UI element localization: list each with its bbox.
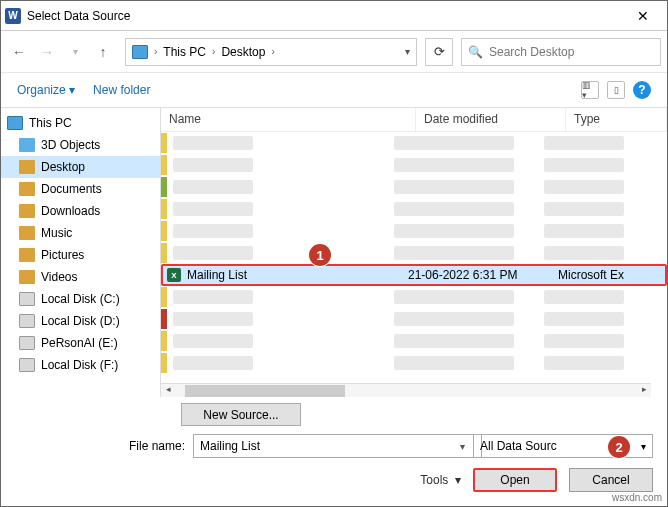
file-date: 21-06-2022 6:31 PM: [408, 268, 558, 282]
search-input[interactable]: 🔍 Search Desktop: [461, 38, 661, 66]
sidebar-item-label: Music: [41, 226, 72, 240]
sidebar-item-label: Documents: [41, 182, 102, 196]
nav-up-button[interactable]: ↑: [91, 40, 115, 64]
sidebar-item-desktop[interactable]: Desktop: [1, 156, 160, 178]
sidebar-item-label: Videos: [41, 270, 77, 284]
file-row-redacted[interactable]: [161, 308, 667, 330]
nav-bar: ← → ▾ ↑ › This PC › Desktop › ▾ ⟳ 🔍 Sear…: [1, 31, 667, 73]
open-button[interactable]: Open: [473, 468, 557, 492]
sidebar-item-label: PeRsonAI (E:): [41, 336, 118, 350]
sidebar-item-music[interactable]: Music: [1, 222, 160, 244]
organize-button[interactable]: Organize ▾: [17, 83, 75, 97]
sidebar-item-videos[interactable]: Videos: [1, 266, 160, 288]
window-title: Select Data Source: [27, 9, 623, 23]
file-row-mailing-list[interactable]: XMailing List21-06-2022 6:31 PMMicrosoft…: [161, 264, 667, 286]
toolbar: Organize ▾ New folder ▥ ▾ ▯ ?: [1, 73, 667, 107]
recent-dropdown-icon[interactable]: ▾: [63, 40, 87, 64]
address-bar[interactable]: › This PC › Desktop › ▾: [125, 38, 417, 66]
sidebar-item-label: Local Disk (F:): [41, 358, 118, 372]
file-row-redacted[interactable]: [161, 176, 667, 198]
file-row-redacted[interactable]: [161, 198, 667, 220]
preview-pane-icon[interactable]: ▯: [607, 81, 625, 99]
sidebar-item-local-disk-d-[interactable]: Local Disk (D:): [1, 310, 160, 332]
select-data-source-dialog: W Select Data Source ✕ ← → ▾ ↑ › This PC…: [0, 0, 668, 507]
sidebar-item-pictures[interactable]: Pictures: [1, 244, 160, 266]
search-placeholder: Search Desktop: [489, 45, 574, 59]
sidebar-item-3d-objects[interactable]: 3D Objects: [1, 134, 160, 156]
column-headers: Name Date modified Type: [161, 108, 667, 132]
chevron-right-icon: ›: [212, 46, 215, 57]
sidebar-item-downloads[interactable]: Downloads: [1, 200, 160, 222]
folder-icon: [19, 270, 35, 284]
sidebar-item-label: Downloads: [41, 204, 100, 218]
file-type-dropdown[interactable]: All Data Sourc 2 ▾: [473, 434, 653, 458]
filename-label: File name:: [15, 439, 185, 453]
disk-icon: [19, 358, 35, 372]
crumb-desktop[interactable]: Desktop: [221, 45, 265, 59]
word-app-icon: W: [5, 8, 21, 24]
sidebar-item-local-disk-f-[interactable]: Local Disk (F:): [1, 354, 160, 376]
help-icon[interactable]: ?: [633, 81, 651, 99]
file-row-redacted[interactable]: [161, 352, 667, 374]
cancel-button[interactable]: Cancel: [569, 468, 653, 492]
this-pc-icon: [132, 45, 148, 59]
col-name[interactable]: Name: [161, 108, 416, 131]
file-row-redacted[interactable]: [161, 132, 667, 154]
col-type[interactable]: Type: [566, 108, 667, 131]
obj-icon: [19, 138, 35, 152]
file-row-redacted[interactable]: [161, 330, 667, 352]
filename-input[interactable]: [193, 434, 482, 458]
disk-icon: [19, 336, 35, 350]
sidebar-item-label: Desktop: [41, 160, 85, 174]
sidebar-item-personai-e-[interactable]: PeRsonAI (E:): [1, 332, 160, 354]
filename-dropdown-icon[interactable]: ▾: [460, 441, 465, 452]
sidebar-item-label: Local Disk (C:): [41, 292, 120, 306]
file-list-area: Name Date modified Type XMailing List21-…: [161, 108, 667, 397]
new-source-button[interactable]: New Source...: [181, 403, 301, 426]
file-type: Microsoft Ex: [558, 268, 665, 282]
close-icon[interactable]: ✕: [623, 8, 663, 24]
crumb-this-pc[interactable]: This PC: [163, 45, 206, 59]
horizontal-scrollbar[interactable]: ◂ ▸: [161, 383, 651, 397]
pc-icon: [7, 116, 23, 130]
annotation-marker-2: 2: [608, 436, 630, 458]
sidebar-item-this-pc[interactable]: This PC: [1, 112, 160, 134]
view-mode-icon[interactable]: ▥ ▾: [581, 81, 599, 99]
file-row-redacted[interactable]: [161, 220, 667, 242]
sidebar-item-label: Pictures: [41, 248, 84, 262]
folder-icon: [19, 204, 35, 218]
folder-tree: This PC3D ObjectsDesktopDocumentsDownloa…: [1, 108, 161, 397]
disk-icon: [19, 314, 35, 328]
tools-dropdown[interactable]: Tools ▾: [420, 473, 461, 487]
titlebar: W Select Data Source ✕: [1, 1, 667, 31]
sidebar-item-label: 3D Objects: [41, 138, 100, 152]
view-buttons: ▥ ▾ ▯ ?: [581, 81, 651, 99]
folder-icon: [19, 160, 35, 174]
annotation-marker-1: 1: [309, 244, 331, 266]
folder-icon: [19, 248, 35, 262]
new-source-row: New Source...: [181, 403, 301, 426]
file-row-redacted[interactable]: [161, 154, 667, 176]
sidebar-item-local-disk-c-[interactable]: Local Disk (C:): [1, 288, 160, 310]
new-folder-button[interactable]: New folder: [93, 83, 150, 97]
footer: File name: ▾ All Data Sourc 2 ▾ Tools ▾ …: [1, 426, 667, 506]
sidebar-item-label: Local Disk (D:): [41, 314, 120, 328]
disk-icon: [19, 292, 35, 306]
chevron-right-icon: ›: [271, 46, 274, 57]
chevron-down-icon: ▾: [641, 441, 646, 452]
refresh-button[interactable]: ⟳: [425, 38, 453, 66]
nav-back-button[interactable]: ←: [7, 40, 31, 64]
dialog-body: This PC3D ObjectsDesktopDocumentsDownloa…: [1, 107, 667, 397]
file-list: XMailing List21-06-2022 6:31 PMMicrosoft…: [161, 132, 667, 397]
watermark: wsxdn.com: [612, 492, 662, 503]
address-dropdown-icon[interactable]: ▾: [405, 46, 410, 57]
col-date[interactable]: Date modified: [416, 108, 566, 131]
folder-icon: [19, 182, 35, 196]
sidebar-item-documents[interactable]: Documents: [1, 178, 160, 200]
nav-forward-button[interactable]: →: [35, 40, 59, 64]
folder-icon: [19, 226, 35, 240]
file-row-redacted[interactable]: [161, 286, 667, 308]
excel-file-icon: X: [167, 268, 181, 282]
file-row-redacted[interactable]: [161, 242, 667, 264]
file-name: Mailing List: [183, 268, 408, 282]
